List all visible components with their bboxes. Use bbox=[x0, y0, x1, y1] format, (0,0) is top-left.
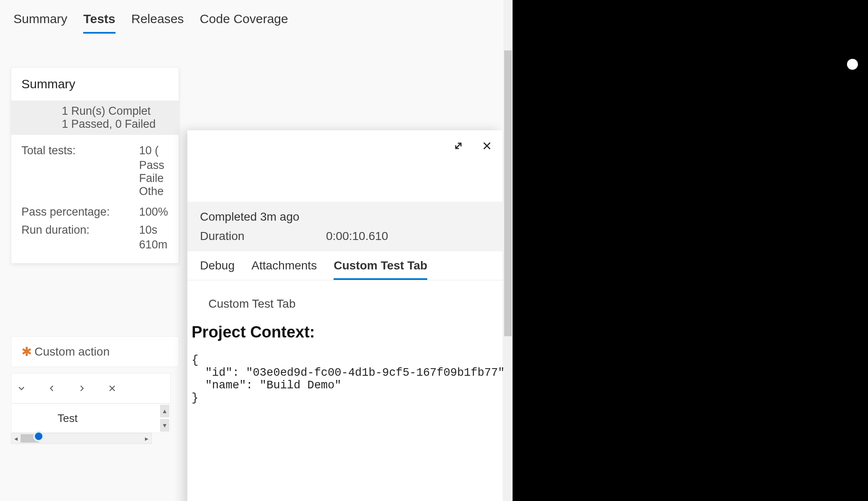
total-pass-sub: Pass bbox=[139, 159, 168, 172]
progress-indicator-icon bbox=[33, 431, 44, 442]
summary-metrics: Total tests: 10 ( Pass Faile Othe Pass p… bbox=[11, 135, 179, 263]
run-dur-value: 10s bbox=[139, 224, 158, 237]
tab-tests[interactable]: Tests bbox=[83, 12, 115, 34]
cursor-dot-icon bbox=[847, 59, 858, 70]
duration-value: 0:00:10.610 bbox=[326, 229, 388, 243]
pass-pct-value: 100% bbox=[139, 206, 168, 219]
pass-pct-label: Pass percentage: bbox=[21, 206, 139, 219]
close-icon[interactable] bbox=[106, 382, 118, 394]
close-icon[interactable] bbox=[480, 139, 494, 153]
vertical-scrollbar-thumb[interactable] bbox=[504, 50, 512, 336]
total-fail-sub: Faile bbox=[139, 172, 168, 185]
duration-label: Duration bbox=[200, 229, 326, 243]
summary-card: Summary 1 Run(s) Complet 1 Passed, 0 Fai… bbox=[11, 67, 179, 264]
custom-tab-title: Custom Test Tab bbox=[208, 297, 498, 311]
runs-line1: 1 Run(s) Complet bbox=[62, 105, 168, 118]
scroll-right-icon[interactable]: ▸ bbox=[142, 435, 151, 443]
summary-heading: Summary bbox=[11, 68, 179, 100]
project-context-heading: Project Context: bbox=[192, 323, 498, 341]
detail-tabs: Debug Attachments Custom Test Tab bbox=[187, 251, 502, 280]
content-area: Summary 1 Run(s) Complet 1 Passed, 0 Fai… bbox=[11, 67, 513, 501]
detail-body: Custom Test Tab Project Context: { "id":… bbox=[187, 280, 502, 417]
expand-icon[interactable] bbox=[451, 139, 466, 153]
scroll-down-icon[interactable]: ▼ bbox=[160, 419, 169, 432]
detail-meta: Completed 3m ago Duration 0:00:10.610 bbox=[187, 202, 502, 251]
runs-line2: 1 Passed, 0 Failed bbox=[62, 118, 168, 131]
detail-panel-actions bbox=[451, 139, 494, 153]
chevron-left-icon[interactable] bbox=[46, 382, 58, 394]
run-dur-sub: 610m bbox=[139, 238, 168, 251]
detail-tab-debug[interactable]: Debug bbox=[200, 259, 235, 280]
tab-summary[interactable]: Summary bbox=[13, 12, 67, 32]
grid-header: Test ▲ ▼ bbox=[11, 403, 171, 433]
total-tests-label: Total tests: bbox=[21, 144, 139, 157]
scrollbar-track[interactable] bbox=[21, 433, 142, 443]
total-tests-value: 10 ( bbox=[139, 144, 159, 157]
chevron-right-icon[interactable] bbox=[76, 382, 88, 394]
project-context-code: { "id": "03e0ed9d-fc00-4d1b-9cf5-167f09b… bbox=[192, 354, 498, 404]
custom-action-card[interactable]: ✱ Custom action bbox=[11, 336, 179, 367]
tab-releases[interactable]: Releases bbox=[132, 12, 184, 32]
chevron-down-icon[interactable] bbox=[16, 382, 27, 394]
asterisk-icon: ✱ bbox=[21, 344, 32, 359]
completed-text: Completed 3m ago bbox=[200, 210, 490, 224]
detail-panel: Completed 3m ago Duration 0:00:10.610 De… bbox=[187, 130, 502, 501]
scroll-up-icon[interactable]: ▲ bbox=[160, 405, 169, 417]
detail-tab-attachments[interactable]: Attachments bbox=[252, 259, 317, 280]
run-dur-label: Run duration: bbox=[21, 224, 139, 237]
tab-code-coverage[interactable]: Code Coverage bbox=[200, 12, 288, 32]
horizontal-scrollbar[interactable]: ◂ ▸ bbox=[11, 433, 152, 444]
custom-action-label: Custom action bbox=[34, 345, 110, 359]
vertical-scrollbar[interactable] bbox=[503, 0, 513, 501]
summary-runs: 1 Run(s) Complet 1 Passed, 0 Failed bbox=[11, 100, 179, 135]
app-panel: Summary Tests Releases Code Coverage Sum… bbox=[0, 0, 513, 501]
svg-line-2 bbox=[456, 143, 461, 149]
top-tabs: Summary Tests Releases Code Coverage bbox=[0, 0, 513, 46]
toolbar-strip bbox=[11, 373, 171, 403]
scroll-left-icon[interactable]: ◂ bbox=[11, 435, 21, 443]
total-other-sub: Othe bbox=[139, 185, 168, 198]
col-test[interactable]: Test bbox=[58, 412, 78, 425]
detail-tab-custom[interactable]: Custom Test Tab bbox=[334, 259, 427, 280]
